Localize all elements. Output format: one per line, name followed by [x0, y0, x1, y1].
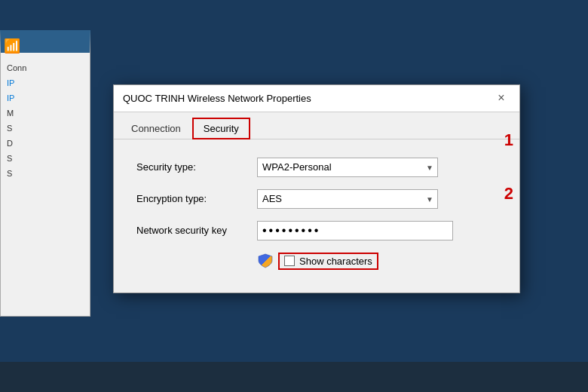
- show-characters-row: Show characters: [257, 253, 497, 270]
- encryption-type-label: Encryption type:: [136, 193, 257, 204]
- show-characters-checkbox-wrapper: Show characters: [278, 253, 378, 270]
- bg-line-s2: S: [7, 151, 84, 166]
- encryption-type-control-wrapper: AES TKIP: [257, 189, 497, 209]
- tab-security[interactable]: Security: [192, 118, 250, 139]
- bg-line-d: D: [7, 136, 84, 151]
- background-window: Conn IP IP M S D S S: [0, 30, 90, 317]
- bg-line-s1: S: [7, 121, 84, 136]
- dialog-content: Security type: WPA2-Personal WPA-Persona…: [114, 139, 519, 292]
- dialog-titlebar: QUOC TRINH Wireless Network Properties ×: [114, 85, 519, 112]
- signal-bars-icon: 📶: [4, 38, 20, 54]
- encryption-type-select[interactable]: AES TKIP: [257, 189, 438, 209]
- annotation-number-2: 2: [504, 184, 513, 204]
- network-key-control-wrapper: [257, 221, 497, 240]
- tab-bar: Connection Security: [114, 112, 519, 139]
- security-type-control-wrapper: WPA2-Personal WPA-Personal WEP No authen…: [257, 158, 497, 177]
- encryption-type-row: Encryption type: AES TKIP: [136, 189, 497, 209]
- shield-uac-icon: [257, 253, 274, 269]
- bg-link-2[interactable]: IP: [7, 93, 14, 103]
- security-type-label: Security type:: [136, 161, 257, 173]
- bg-line-s3: S: [7, 166, 84, 181]
- bg-window-content: Conn IP IP M S D S S: [1, 53, 90, 188]
- bg-line-1: Conn: [7, 60, 84, 75]
- network-security-key-input[interactable]: [257, 221, 453, 240]
- dialog-title: QUOC TRINH Wireless Network Properties: [123, 93, 311, 104]
- network-key-label: Network security key: [136, 225, 257, 236]
- security-type-select[interactable]: WPA2-Personal WPA-Personal WEP No authen…: [257, 158, 438, 177]
- bg-link-1[interactable]: IP: [7, 78, 14, 87]
- encryption-type-select-wrapper: AES TKIP: [257, 189, 438, 209]
- show-characters-checkbox[interactable]: [284, 256, 295, 266]
- wireless-properties-dialog: 1 QUOC TRINH Wireless Network Properties…: [113, 84, 520, 293]
- annotation-number-1: 1: [504, 130, 513, 150]
- show-characters-label: Show characters: [299, 256, 372, 267]
- network-key-row: Network security key: [136, 221, 497, 240]
- security-type-row: Security type: WPA2-Personal WPA-Persona…: [136, 158, 497, 177]
- taskbar: [0, 362, 588, 392]
- close-button[interactable]: ×: [492, 89, 510, 107]
- security-type-select-wrapper: WPA2-Personal WPA-Personal WEP No authen…: [257, 158, 438, 177]
- bg-line-m: M: [7, 106, 84, 121]
- tab-connection[interactable]: Connection: [120, 118, 192, 139]
